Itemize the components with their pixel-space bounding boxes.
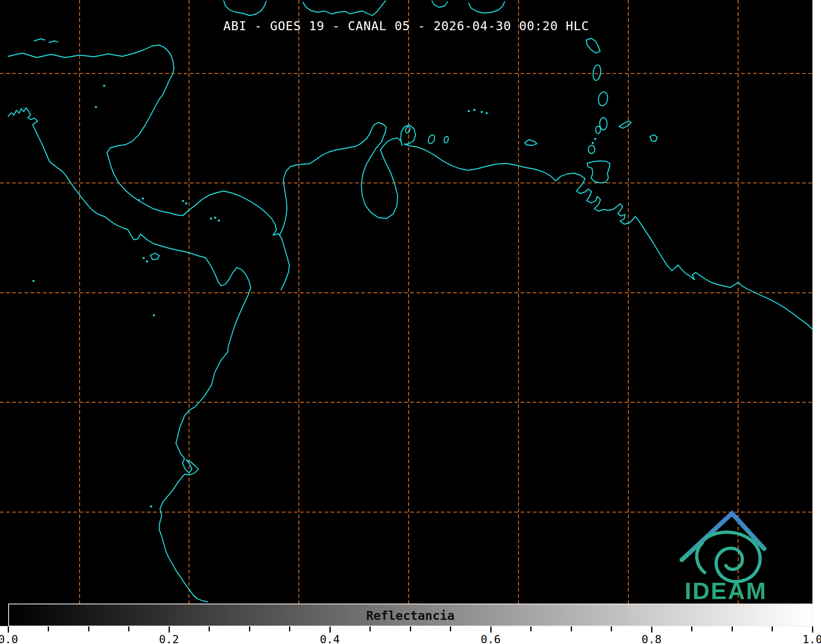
grenadine-islet (594, 138, 596, 140)
colorbar-minor-tick (289, 626, 290, 631)
colorbar-major-tick (8, 626, 9, 633)
grenadine-islet (592, 142, 594, 144)
colorbar-major-tick (169, 626, 170, 633)
colorbar-minor-tick (530, 626, 532, 631)
map-canvas: IDEAM (0, 0, 821, 644)
colorbar-tick-label: 0.8 (642, 633, 662, 644)
colorbar-tick-label: 0.2 (159, 633, 179, 644)
colorbar-minor-tick (48, 626, 49, 631)
canal-lake-islet (185, 202, 187, 204)
coiba-islet (146, 260, 148, 262)
map-background (0, 0, 812, 626)
bocas-islet (142, 197, 144, 199)
colorbar-minor-tick (88, 626, 89, 631)
los-roques-islet (485, 112, 487, 114)
product-title: ABI - GOES 19 - CANAL 05 - 2026-04-30 00… (0, 19, 812, 33)
colorbar-minor-tick (772, 626, 773, 631)
los-roques-islet (473, 109, 475, 111)
colorbar-minor-tick (691, 626, 692, 631)
colorbar-minor-tick (209, 626, 210, 631)
pearl-islet (210, 217, 212, 219)
colorbar-major-tick (651, 626, 652, 633)
providencia-islet (103, 85, 105, 87)
colorbar-minor-tick (410, 626, 411, 631)
colorbar-major-tick (490, 626, 492, 633)
pacific-islet (32, 280, 34, 282)
ideam-logo-text: IDEAM (685, 577, 767, 604)
colorbar-label: Reflectancia (8, 608, 812, 623)
colorbar-major-tick (329, 626, 331, 633)
coiba-islet (142, 257, 145, 259)
los-roques-islet (467, 110, 469, 112)
pacific-islet (153, 314, 155, 316)
colorbar-tick-label: 0.4 (320, 633, 340, 644)
colorbar-minor-tick (732, 626, 733, 631)
colorbar-major-tick (812, 626, 813, 633)
colorbar-minor-tick (571, 626, 572, 631)
canal-lake-islet (182, 200, 184, 202)
colorbar-minor-tick (369, 626, 371, 631)
san-andres-islet (95, 106, 97, 108)
colorbar-minor-tick (450, 626, 451, 631)
los-roques-islet (481, 111, 483, 113)
pearl-islet (218, 219, 220, 221)
pacific-islet (150, 505, 152, 507)
bocas-islet (138, 199, 140, 201)
pearl-islet (214, 216, 216, 218)
colorbar-minor-tick (249, 626, 250, 631)
colorbar-tick-label: 1.0 (803, 633, 821, 644)
satellite-product-figure: IDEAM ABI - GOES 19 - CANAL 05 - 2026-04… (0, 0, 821, 644)
colorbar-minor-tick (128, 626, 129, 631)
colorbar-tick-label: 0.6 (481, 633, 501, 644)
colorbar-tick-label: 0.0 (0, 633, 18, 644)
colorbar-minor-tick (611, 626, 612, 631)
